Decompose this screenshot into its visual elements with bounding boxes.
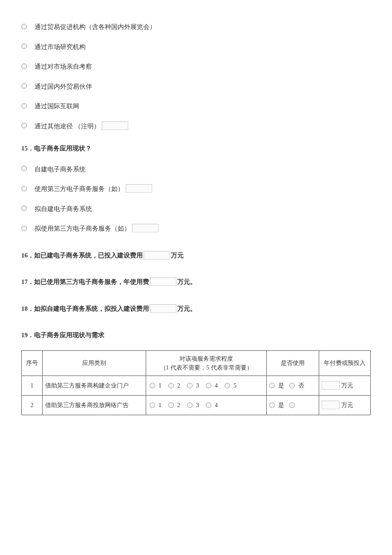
option-row: 使用第三方电子商务服务（如） xyxy=(21,183,371,194)
row-category: 借助第三方服务商投放网络广告 xyxy=(43,395,146,415)
option-row: 拟使用第三方电子商务服务（如） xyxy=(21,223,371,234)
q18-input[interactable] xyxy=(150,304,176,313)
q17: 17．如已使用第三方电子商务服务，年使用费 万元。 xyxy=(21,277,371,287)
option-label: 自建电子商务系统 xyxy=(35,164,86,174)
row-cost: 万元 xyxy=(319,395,371,415)
radio-icon[interactable] xyxy=(21,43,27,49)
no-option[interactable] xyxy=(289,402,298,408)
option-label: 通过国内外贸易伙伴 xyxy=(35,81,92,92)
row-need: 1 2 3 4 5 xyxy=(146,376,267,395)
radio-icon xyxy=(269,402,275,408)
option-label: 通过对市场亲自考察 xyxy=(35,61,92,72)
q19-table: 序号 应用类别 对该项服务需求程度 （1 代表不需要，5 代表非常需要） 是否使… xyxy=(21,350,371,415)
option-label: 通过市场研究机构 xyxy=(35,41,86,52)
rating-option[interactable]: 4 xyxy=(206,381,218,390)
q18: 18．如拟自建电子商务系统，拟投入建设费用 万元。 xyxy=(21,304,371,314)
yes-option[interactable]: 是 xyxy=(269,401,284,410)
radio-icon xyxy=(168,383,174,388)
row-seq: 1 xyxy=(22,376,43,395)
option-row: 拟自建电子商务系统 xyxy=(21,203,371,214)
radio-icon xyxy=(187,383,193,388)
option-row: 通过国际互联网 xyxy=(21,101,371,111)
radio-icon xyxy=(289,402,295,408)
rating-option[interactable]: 4 xyxy=(206,401,218,410)
radio-icon xyxy=(187,402,193,408)
radio-icon[interactable] xyxy=(21,166,27,171)
radio-icon[interactable] xyxy=(21,24,27,29)
rating-option[interactable]: 5 xyxy=(225,381,236,390)
rating-option[interactable]: 1 xyxy=(150,401,161,410)
radio-icon[interactable] xyxy=(21,225,27,231)
radio-icon xyxy=(168,402,174,408)
row-category: 借助第三方服务商构建企业门户 xyxy=(43,376,146,395)
yes-option[interactable]: 是 xyxy=(269,381,284,390)
q15-options: 自建电子商务系统 使用第三方电子商务服务（如） 拟自建电子商务系统 拟使用第三方… xyxy=(21,164,371,234)
radio-icon xyxy=(150,402,155,408)
radio-icon xyxy=(269,383,275,388)
q18-prefix: 18．如拟自建电子商务系统，拟投入建设费用 xyxy=(21,304,149,314)
q16-input[interactable] xyxy=(144,251,170,260)
table-row: 1 借助第三方服务商构建企业门户 1 2 3 4 5 是 否 xyxy=(22,376,371,395)
q18-suffix: 万元。 xyxy=(177,304,196,314)
option-row: 通过国内外贸易伙伴 xyxy=(21,81,371,92)
col-cost-header: 年付费或预投入 xyxy=(319,350,371,376)
row-use: 是 否 xyxy=(267,376,319,395)
radio-icon[interactable] xyxy=(21,186,27,191)
q14-options: 通过贸易促进机构（含各种国内外展览会） 通过市场研究机构 通过对市场亲自考察 通… xyxy=(21,21,371,131)
radio-icon xyxy=(150,383,155,388)
option-label: 使用第三方电子商务服务（如） xyxy=(35,183,124,194)
option-row: 通过对市场亲自考察 xyxy=(21,61,371,72)
option-row: 通过贸易促进机构（含各种国内外展览会） xyxy=(21,21,371,32)
rating-option[interactable]: 1 xyxy=(150,381,161,390)
row-cost: 万元 xyxy=(319,376,371,395)
row-use: 是 xyxy=(267,395,319,415)
radio-icon xyxy=(289,383,295,388)
col-need-header: 对该项服务需求程度 （1 代表不需要，5 代表非常需要） xyxy=(146,350,267,376)
cost-input[interactable] xyxy=(322,381,340,390)
row-seq: 2 xyxy=(22,395,43,415)
q17-input[interactable] xyxy=(150,278,176,286)
third-party-service-input[interactable] xyxy=(126,184,152,193)
q16-prefix: 16．如已建电子商务系统，已投入建设费用 xyxy=(21,251,143,260)
cost-input[interactable] xyxy=(322,401,340,409)
rating-option[interactable]: 3 xyxy=(187,401,199,410)
q16: 16．如已建电子商务系统，已投入建设费用 万元 xyxy=(21,251,371,260)
option-label: 通过贸易促进机构（含各种国内外展览会） xyxy=(35,21,156,32)
q19-title: 19．电子商务应用现状与需求 xyxy=(21,330,371,340)
need-header-line2: （1 代表不需要，5 代表非常需要） xyxy=(149,363,264,372)
radio-icon[interactable] xyxy=(21,64,27,69)
rating-option[interactable]: 2 xyxy=(168,401,180,410)
q15-title: 15．电子商务应用现状？ xyxy=(21,144,371,153)
row-need: 1 2 3 4 xyxy=(146,395,267,415)
cost-unit: 万元 xyxy=(341,401,353,410)
radio-icon[interactable] xyxy=(21,205,27,211)
cost-unit: 万元 xyxy=(341,381,353,390)
plan-third-party-input[interactable] xyxy=(132,224,159,232)
option-label: 通过国际互联网 xyxy=(35,101,79,111)
radio-icon xyxy=(206,402,211,408)
col-category-header: 应用类别 xyxy=(43,350,146,376)
option-label: 拟使用第三方电子商务服务（如） xyxy=(35,223,130,234)
rating-option[interactable]: 2 xyxy=(168,381,180,390)
q16-suffix: 万元 xyxy=(171,251,184,260)
table-header-row: 序号 应用类别 对该项服务需求程度 （1 代表不需要，5 代表非常需要） 是否使… xyxy=(22,350,371,376)
radio-icon[interactable] xyxy=(21,123,27,128)
col-use-header: 是否使用 xyxy=(267,350,319,376)
table-row: 2 借助第三方服务商投放网络广告 1 2 3 4 是 万元 xyxy=(22,395,371,415)
radio-icon[interactable] xyxy=(21,103,27,109)
radio-icon xyxy=(206,383,211,388)
radio-icon[interactable] xyxy=(21,83,27,89)
need-header-line1: 对该项服务需求程度 xyxy=(149,354,264,363)
option-row: 通过其他途径 （注明） xyxy=(21,121,371,131)
q17-suffix: 万元。 xyxy=(177,277,196,287)
no-option[interactable]: 否 xyxy=(289,381,304,390)
col-seq-header: 序号 xyxy=(22,350,43,376)
option-label: 通过其他途径 （注明） xyxy=(35,121,100,131)
option-label: 拟自建电子商务系统 xyxy=(35,203,92,214)
rating-option[interactable]: 3 xyxy=(187,381,199,390)
q17-prefix: 17．如已使用第三方电子商务服务，年使用费 xyxy=(21,277,149,287)
option-row: 通过市场研究机构 xyxy=(21,41,371,52)
other-channel-input[interactable] xyxy=(102,121,128,130)
option-row: 自建电子商务系统 xyxy=(21,164,371,174)
radio-icon xyxy=(225,383,230,388)
